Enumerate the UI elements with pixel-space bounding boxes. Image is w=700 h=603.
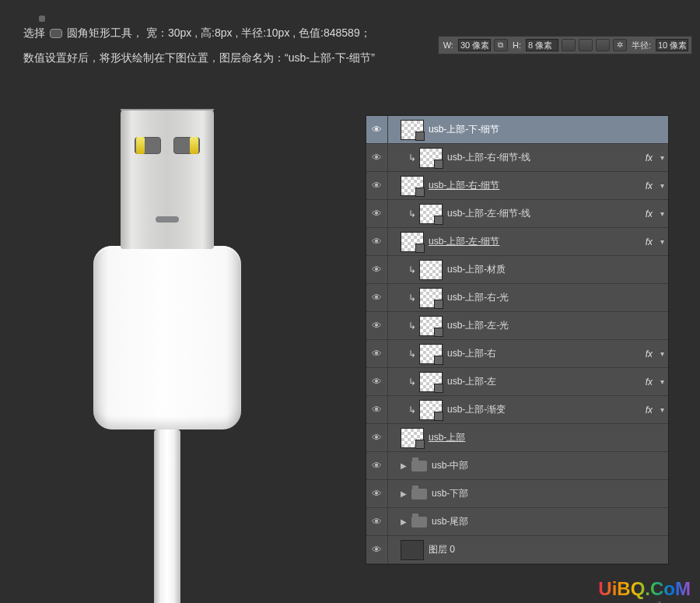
layer-thumbnail[interactable] <box>419 204 443 224</box>
radius-input[interactable] <box>656 39 688 51</box>
layer-row[interactable]: 👁usb-上部 <box>366 424 668 452</box>
visibility-toggle[interactable]: 👁 <box>366 368 388 395</box>
clip-mask-icon: ↳ <box>408 321 416 331</box>
layer-thumbnail[interactable] <box>419 288 443 308</box>
folder-arrow-icon[interactable]: ▶ <box>401 489 407 498</box>
layer-name-label[interactable]: usb-上部-左-细节-线 <box>447 207 642 220</box>
fx-collapse-icon[interactable]: ▾ <box>656 405 668 414</box>
layer-thumbnail[interactable] <box>419 148 443 168</box>
visibility-toggle[interactable]: 👁 <box>366 172 388 199</box>
layer-row[interactable]: 👁▶usb-中部 <box>366 452 668 480</box>
fx-collapse-icon[interactable]: ▾ <box>656 377 668 386</box>
visibility-toggle[interactable]: 👁 <box>366 116 388 143</box>
gear-icon[interactable] <box>613 39 627 51</box>
visibility-toggle[interactable]: 👁 <box>366 340 388 367</box>
layer-name-label[interactable]: usb-上部-材质 <box>447 263 668 276</box>
layer-name-label[interactable]: usb-上部-右-细节-线 <box>447 151 642 164</box>
usb-cable <box>154 429 180 603</box>
layer-row[interactable]: 👁↳usb-上部-渐变fx▾ <box>366 396 668 424</box>
fx-badge[interactable]: fx <box>642 377 656 387</box>
fx-badge[interactable]: fx <box>642 209 656 219</box>
layer-row[interactable]: 👁↳usb-上部-右-细节-线fx▾ <box>366 144 668 172</box>
layer-name-label[interactable]: usb-上部-右-光 <box>447 291 668 304</box>
fx-collapse-icon[interactable]: ▾ <box>656 181 668 190</box>
height-input[interactable] <box>526 39 558 51</box>
align-icon-3[interactable] <box>596 39 610 51</box>
layer-name-label[interactable]: usb-中部 <box>432 459 668 472</box>
fx-badge[interactable]: fx <box>642 153 656 163</box>
layer-row[interactable]: 👁↳usb-上部-材质 <box>366 256 668 284</box>
layer-thumbnail[interactable] <box>401 232 424 252</box>
layer-name-label[interactable]: usb-上部-右 <box>447 347 642 360</box>
fx-badge[interactable]: fx <box>642 181 656 191</box>
layer-name-label[interactable]: usb-上部 <box>429 431 668 444</box>
layer-row[interactable]: 👁↳usb-上部-左fx▾ <box>366 368 668 396</box>
instr-select: 选择 <box>23 26 45 40</box>
layer-name-label[interactable]: usb-上部-右-细节 <box>429 179 642 192</box>
layer-row[interactable]: 👁usb-上部-下-细节 <box>366 116 668 144</box>
eye-icon: 👁 <box>372 292 382 303</box>
visibility-toggle[interactable]: 👁 <box>366 256 388 283</box>
visibility-toggle[interactable]: 👁 <box>366 200 388 227</box>
layer-row[interactable]: 👁↳usb-上部-左-细节-线fx▾ <box>366 200 668 228</box>
layer-name-label[interactable]: usb-尾部 <box>432 515 668 528</box>
visibility-toggle[interactable]: 👁 <box>366 424 388 451</box>
fx-collapse-icon[interactable]: ▾ <box>656 237 668 246</box>
layer-row[interactable]: 👁图层 0 <box>366 536 668 564</box>
fx-badge[interactable]: fx <box>642 349 656 359</box>
visibility-toggle[interactable]: 👁 <box>366 144 388 171</box>
layer-thumbnail[interactable] <box>419 260 443 280</box>
layer-thumbnail[interactable] <box>419 344 443 364</box>
layer-row[interactable]: 👁usb-上部-左-细节fx▾ <box>366 228 668 256</box>
layer-name-label[interactable]: usb-上部-下-细节 <box>429 123 668 136</box>
visibility-toggle[interactable]: 👁 <box>366 452 388 479</box>
layer-thumbnail[interactable] <box>401 428 424 448</box>
visibility-toggle[interactable]: 👁 <box>366 396 388 423</box>
layer-row[interactable]: 👁usb-上部-右-细节fx▾ <box>366 172 668 200</box>
layer-name-label[interactable]: usb-上部-左 <box>447 375 642 388</box>
visibility-toggle[interactable]: 👁 <box>366 480 388 507</box>
width-input[interactable] <box>458 39 491 51</box>
fx-collapse-icon[interactable]: ▾ <box>656 349 668 358</box>
fx-collapse-icon[interactable]: ▾ <box>656 153 668 162</box>
layer-row[interactable]: 👁↳usb-上部-右fx▾ <box>366 340 668 368</box>
layer-content: ▶usb-中部 <box>388 459 668 472</box>
layer-row[interactable]: 👁▶usb-下部 <box>366 480 668 508</box>
layer-row[interactable]: 👁↳usb-上部-右-光 <box>366 284 668 312</box>
layer-row[interactable]: 👁↳usb-上部-左-光 <box>366 312 668 340</box>
layer-row[interactable]: 👁▶usb-尾部 <box>366 508 668 536</box>
visibility-toggle[interactable]: 👁 <box>366 536 388 563</box>
layer-thumbnail[interactable] <box>401 176 424 196</box>
visibility-toggle[interactable]: 👁 <box>366 508 388 535</box>
layer-content: ↳usb-上部-材质 <box>388 260 668 280</box>
layer-thumbnail[interactable] <box>419 316 443 336</box>
layer-thumbnail[interactable] <box>401 120 424 140</box>
visibility-toggle[interactable]: 👁 <box>366 228 388 255</box>
fx-badge[interactable]: fx <box>642 237 656 247</box>
link-wh-icon[interactable] <box>494 39 508 51</box>
layer-name-label[interactable]: usb-上部-渐变 <box>447 403 642 416</box>
canvas-area[interactable] <box>0 78 334 603</box>
align-icon-1[interactable] <box>562 39 576 51</box>
layer-content: ▶usb-尾部 <box>388 515 668 528</box>
layers-panel[interactable]: 👁usb-上部-下-细节👁↳usb-上部-右-细节-线fx▾👁usb-上部-右-… <box>366 115 669 565</box>
layer-name-label[interactable]: 图层 0 <box>429 543 668 556</box>
layer-content: usb-上部-右-细节 <box>388 176 642 196</box>
folder-arrow-icon[interactable]: ▶ <box>401 461 407 470</box>
layer-thumbnail[interactable] <box>419 372 443 392</box>
layer-name-label[interactable]: usb-下部 <box>432 487 668 500</box>
layer-name-label[interactable]: usb-上部-左-光 <box>447 319 668 332</box>
fx-collapse-icon[interactable]: ▾ <box>656 209 668 218</box>
layer-thumbnail[interactable] <box>401 540 424 560</box>
instr-tool: 圆角矩形工具， <box>67 26 143 40</box>
align-icon-2[interactable] <box>579 39 593 51</box>
folder-icon <box>411 461 427 472</box>
visibility-toggle[interactable]: 👁 <box>366 284 388 311</box>
fx-badge[interactable]: fx <box>642 405 656 415</box>
eye-icon: 👁 <box>372 348 382 359</box>
clip-mask-icon: ↳ <box>408 293 416 303</box>
visibility-toggle[interactable]: 👁 <box>366 312 388 339</box>
layer-name-label[interactable]: usb-上部-左-细节 <box>429 235 642 248</box>
layer-thumbnail[interactable] <box>419 400 443 420</box>
folder-arrow-icon[interactable]: ▶ <box>401 517 407 526</box>
